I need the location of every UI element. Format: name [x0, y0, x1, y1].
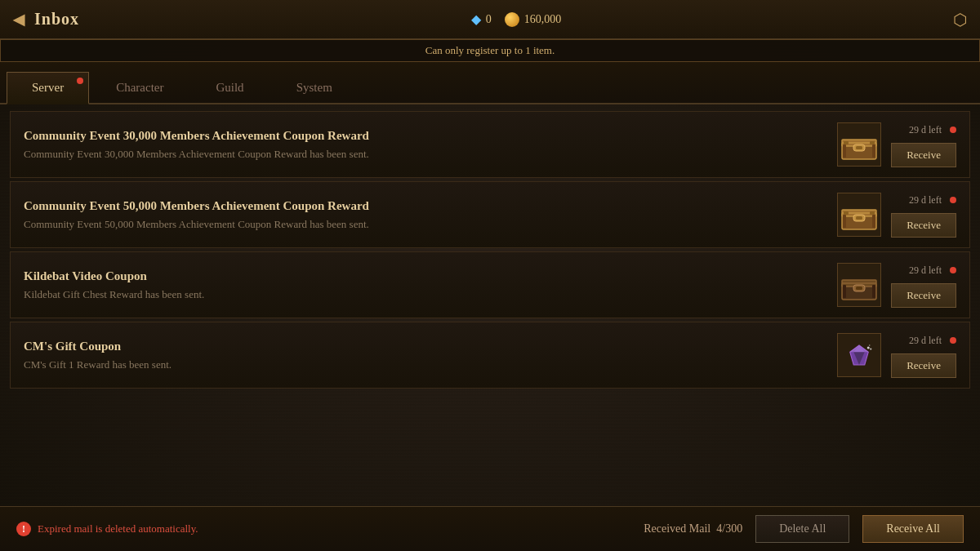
time-left-2: 29 d left [909, 262, 956, 277]
back-button[interactable]: ◀ [13, 11, 24, 29]
warning-icon: ! [16, 522, 31, 536]
delete-all-button[interactable]: Delete All [755, 515, 849, 543]
mail-content-2: Kildebat Video Coupon Kildebat Gift Ches… [24, 269, 827, 301]
svg-rect-15 [870, 211, 875, 215]
svg-rect-12 [856, 216, 862, 220]
mail-title-3: CM's Gift Coupon [24, 340, 827, 353]
svg-point-31 [870, 348, 871, 349]
mail-desc-2: Kildebat Gift Chest Reward has been sent… [24, 288, 827, 301]
exit-button[interactable]: ⬡ [953, 10, 967, 29]
receive-button-3[interactable]: Receive [891, 353, 956, 378]
red-dot-2 [950, 267, 956, 273]
notification-text: Can only register up to 1 item. [425, 44, 555, 57]
notification-banner: Can only register up to 1 item. [0, 39, 980, 62]
mail-content-3: CM's Gift Coupon CM's Gift 1 Reward has … [24, 340, 827, 371]
tab-server[interactable]: Server [7, 72, 89, 104]
content-area: Community Event 30,000 Members Achieveme… [0, 104, 980, 506]
diamond-icon: ◆ [471, 11, 481, 27]
mail-desc-3: CM's Gift 1 Reward has been sent. [24, 358, 827, 371]
mail-desc-1: Community Event 50,000 Members Achieveme… [24, 218, 827, 231]
red-dot-1 [950, 197, 956, 203]
item-icon-3 [837, 333, 881, 377]
mail-content-0: Community Event 30,000 Members Achieveme… [24, 129, 827, 161]
svg-marker-27 [850, 345, 869, 352]
svg-rect-8 [872, 144, 875, 158]
mail-item: Kildebat Video Coupon Kildebat Gift Ches… [10, 251, 970, 318]
tab-system-label: System [296, 81, 332, 94]
diamond-amount: 0 [486, 13, 492, 26]
svg-rect-5 [844, 141, 849, 144]
red-dot-0 [950, 127, 956, 133]
svg-rect-23 [843, 285, 846, 298]
svg-point-29 [867, 347, 870, 349]
tab-guild[interactable]: Guild [190, 72, 269, 103]
header-center: ◆ 0 160,000 [471, 11, 562, 27]
mail-actions-2: 29 d left Receive [891, 262, 956, 308]
header: ◀ Inbox ◆ 0 160,000 ⬡ [0, 0, 980, 39]
svg-rect-14 [844, 211, 849, 215]
time-left-3: 29 d left [909, 332, 956, 347]
tab-character-label: Character [116, 81, 163, 94]
mail-title-0: Community Event 30,000 Members Achieveme… [24, 129, 827, 143]
item-icon-1 [837, 193, 881, 237]
tab-system[interactable]: System [271, 72, 358, 103]
server-tab-dot [77, 78, 83, 84]
gold-icon [505, 12, 519, 27]
footer-notice: ! Expired mail is deleted automatically. [16, 522, 630, 536]
mail-actions-3: 29 d left Receive [891, 332, 956, 378]
notice-text: Expired mail is deleted automatically. [38, 522, 198, 535]
mail-content-1: Community Event 50,000 Members Achieveme… [24, 199, 827, 231]
main-container: ◀ Inbox ◆ 0 160,000 ⬡ Can only register … [0, 0, 980, 551]
svg-rect-21 [856, 287, 862, 290]
time-left-0: 29 d left [909, 122, 956, 136]
svg-rect-16 [843, 215, 846, 228]
receive-button-2[interactable]: Receive [891, 283, 956, 308]
mail-actions-1: 29 d left Receive [891, 192, 956, 238]
mail-title-2: Kildebat Video Coupon [24, 269, 827, 283]
svg-rect-3 [856, 146, 862, 149]
receive-button-0[interactable]: Receive [891, 143, 956, 167]
mail-item: Community Event 50,000 Members Achieveme… [10, 181, 970, 248]
receive-button-1[interactable]: Receive [891, 213, 956, 238]
receive-all-button[interactable]: Receive All [862, 515, 964, 543]
mail-item: Community Event 30,000 Members Achieveme… [10, 111, 970, 178]
item-icon-2 [837, 263, 881, 307]
header-left: ◀ Inbox [13, 10, 79, 29]
svg-rect-24 [872, 285, 875, 298]
tabs-row: Server Character Guild System [0, 62, 980, 104]
item-icon-0 [837, 122, 881, 167]
svg-rect-7 [843, 144, 846, 158]
mail-title-1: Community Event 50,000 Members Achieveme… [24, 199, 827, 213]
mail-count: Received Mail 4/300 [644, 522, 742, 535]
footer: ! Expired mail is deleted automatically.… [0, 506, 980, 551]
time-left-1: 29 d left [909, 192, 956, 207]
mail-actions-0: 29 d left Receive [891, 122, 956, 167]
svg-rect-6 [870, 141, 875, 144]
mail-item: CM's Gift Coupon CM's Gift 1 Reward has … [10, 322, 970, 389]
svg-rect-17 [872, 215, 875, 228]
tab-character[interactable]: Character [91, 72, 189, 103]
gold-amount: 160,000 [524, 13, 562, 26]
mail-desc-0: Community Event 30,000 Members Achieveme… [24, 148, 827, 161]
inbox-title: Inbox [34, 10, 79, 29]
tab-guild-label: Guild [216, 81, 243, 94]
gold-currency: 160,000 [505, 12, 562, 27]
red-dot-3 [950, 337, 956, 344]
tab-server-label: Server [32, 81, 64, 94]
diamond-currency: ◆ 0 [471, 11, 492, 27]
svg-point-30 [869, 344, 871, 346]
